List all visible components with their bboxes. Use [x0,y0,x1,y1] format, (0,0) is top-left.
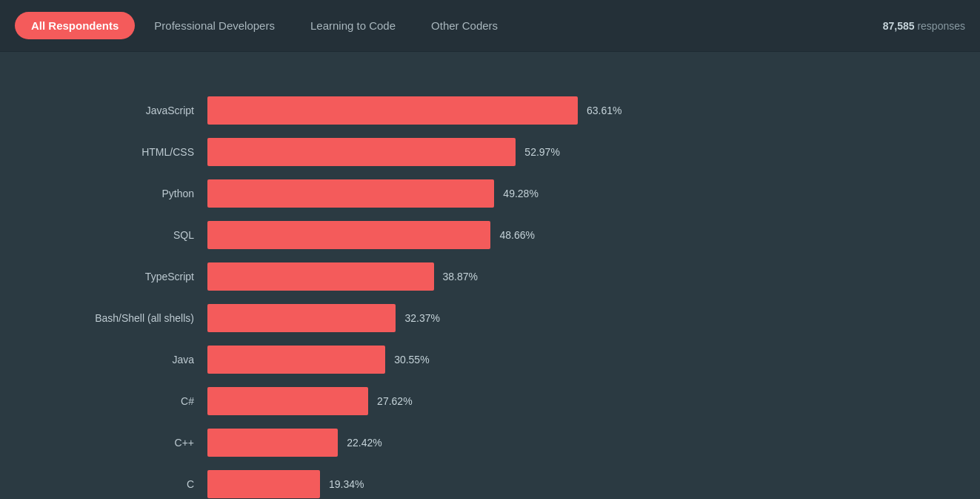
bar-label: C# [44,395,207,407]
bar-pct-label: 38.87% [443,271,478,282]
bar-fill [207,387,368,415]
bar-fill [207,304,396,332]
bar-fill [207,429,338,457]
bar-label: Java [44,354,207,366]
bar-fill [207,138,516,166]
bar-row: TypeScript38.87% [44,262,936,291]
bar-row: SQL48.66% [44,221,936,249]
bar-row: JavaScript63.61% [44,96,936,125]
tab-bar: All RespondentsProfessional DevelopersLe… [0,0,980,52]
tab-professional-developers[interactable]: Professional Developers [138,12,291,39]
bar-row: C#27.62% [44,387,936,415]
bar-track: 22.42% [207,429,936,457]
tab-other-coders[interactable]: Other Coders [415,12,514,39]
bar-row: Bash/Shell (all shells)32.37% [44,304,936,332]
bar-row: Java30.55% [44,346,936,374]
bar-track: 30.55% [207,346,936,374]
bar-fill [207,262,434,291]
bar-pct-label: 30.55% [394,354,429,366]
bar-label: Python [44,188,207,199]
bar-fill [207,221,490,249]
bar-track: 38.87% [207,262,936,291]
chart-container: JavaScript63.61%HTML/CSS52.97%Python49.2… [0,52,980,499]
tab-learning-to-code[interactable]: Learning to Code [294,12,412,39]
bar-pct-label: 19.34% [329,478,364,490]
bar-track: 49.28% [207,179,936,208]
bar-track: 52.97% [207,138,936,166]
bar-pct-label: 48.66% [499,229,534,241]
bar-row: Python49.28% [44,179,936,208]
bar-fill [207,470,320,498]
bar-label: SQL [44,229,207,241]
bar-fill [207,346,385,374]
bar-pct-label: 52.97% [524,146,559,158]
bar-pct-label: 22.42% [347,437,381,449]
bar-track: 19.34% [207,470,936,498]
bar-label: HTML/CSS [44,146,207,158]
bar-label: JavaScript [44,105,207,116]
bar-pct-label: 32.37% [404,312,439,324]
bar-pct-label: 27.62% [377,395,412,407]
bar-label: Bash/Shell (all shells) [44,312,207,324]
bar-fill [207,179,494,208]
bar-track: 27.62% [207,387,936,415]
bar-pct-label: 63.61% [587,105,621,116]
bar-label: C++ [44,437,207,449]
bar-track: 63.61% [207,96,936,125]
bar-fill [207,96,578,125]
bar-row: HTML/CSS52.97% [44,138,936,166]
bar-row: C19.34% [44,470,936,498]
bar-track: 32.37% [207,304,936,332]
bar-label: C [44,478,207,490]
bar-pct-label: 49.28% [503,188,538,199]
tab-all-respondents[interactable]: All Respondents [15,12,135,39]
bar-label: TypeScript [44,271,207,282]
bar-row: C++22.42% [44,429,936,457]
response-count: 87,585 responses [883,20,965,32]
bar-track: 48.66% [207,221,936,249]
